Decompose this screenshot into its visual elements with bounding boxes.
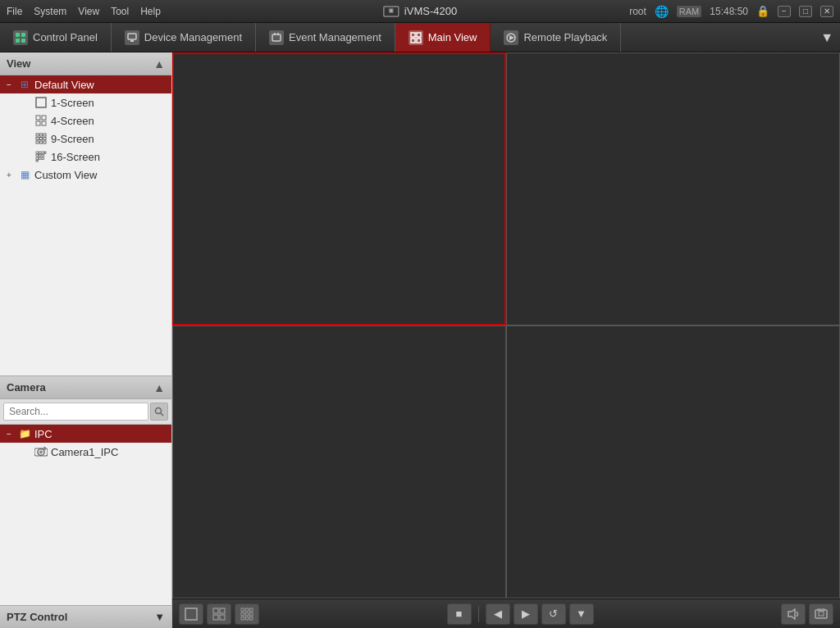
remote-playback-icon xyxy=(504,30,518,45)
video-cell-bottom-right[interactable] xyxy=(506,325,840,598)
minimize-button[interactable]: − xyxy=(778,6,791,17)
svg-rect-30 xyxy=(40,141,43,143)
camera-section-title: Camera xyxy=(7,381,46,394)
svg-rect-18 xyxy=(36,98,46,107)
1screen-expand-icon xyxy=(20,97,31,108)
menu-tool[interactable]: Tool xyxy=(111,6,129,17)
svg-rect-34 xyxy=(42,152,44,154)
close-button[interactable]: ✕ xyxy=(820,6,833,17)
svg-rect-42 xyxy=(36,161,39,162)
menu-file[interactable]: File xyxy=(7,6,22,17)
svg-rect-11 xyxy=(277,33,279,35)
svg-rect-32 xyxy=(36,152,39,154)
svg-rect-25 xyxy=(43,134,46,136)
video-cell-top-left[interactable] xyxy=(172,52,506,325)
menu-help[interactable]: Help xyxy=(140,6,161,17)
svg-rect-37 xyxy=(39,155,42,157)
tab-main-view[interactable]: Main View xyxy=(395,23,491,52)
navbar-more-button[interactable]: ▼ xyxy=(814,23,840,52)
ptz-section: PTZ Control ▼ xyxy=(0,605,171,628)
prev-icon: ◀ xyxy=(494,608,502,620)
svg-rect-9 xyxy=(272,34,281,41)
tree-item-ipc[interactable]: − 📁 IPC xyxy=(0,425,171,443)
svg-rect-41 xyxy=(42,157,44,160)
search-icon xyxy=(154,407,164,416)
tree-item-1screen[interactable]: 1-Screen xyxy=(0,93,171,111)
restore-button[interactable]: □ xyxy=(799,6,812,17)
tree-item-camera1-ipc[interactable]: Camera1_IPC xyxy=(0,443,171,461)
layout-4-button[interactable] xyxy=(207,603,231,625)
menu-view[interactable]: View xyxy=(78,6,99,17)
bottom-toolbar: ■ ◀ ▶ ↺ ▼ xyxy=(172,598,840,628)
view-collapse-button[interactable]: ▲ xyxy=(153,57,165,71)
search-button[interactable] xyxy=(150,403,168,421)
device-management-icon xyxy=(125,30,139,45)
svg-rect-57 xyxy=(241,612,244,616)
titlebar-time: 15:48:50 xyxy=(710,6,748,17)
svg-marker-63 xyxy=(788,609,795,619)
ptz-collapse-button[interactable]: ▼ xyxy=(154,611,165,623)
search-input[interactable] xyxy=(3,403,148,421)
tab-event-management-label: Event Management xyxy=(289,31,381,43)
camera-section: Camera ▲ − 📁 IPC xyxy=(0,375,171,605)
svg-rect-38 xyxy=(42,155,44,157)
tab-device-management[interactable]: Device Management xyxy=(112,23,256,52)
svg-rect-48 xyxy=(43,447,46,450)
video-cell-bottom-left[interactable] xyxy=(172,325,506,598)
tree-item-9screen[interactable]: 9-Screen xyxy=(0,130,171,148)
4screen-label: 4-Screen xyxy=(51,115,94,127)
svg-rect-5 xyxy=(16,39,20,43)
svg-rect-33 xyxy=(39,152,42,154)
navigation-bar: Control Panel Device Management Event Ma… xyxy=(0,23,840,52)
svg-rect-7 xyxy=(128,34,136,39)
svg-rect-14 xyxy=(411,39,415,43)
tab-control-panel[interactable]: Control Panel xyxy=(0,23,112,52)
sidebar: View ▲ − Default View 1-Screen xyxy=(0,52,172,628)
custom-view-label: Custom View xyxy=(34,169,97,181)
dropdown-button[interactable]: ▼ xyxy=(569,603,594,625)
globe-icon: 🌐 xyxy=(655,5,669,18)
tab-remote-playback[interactable]: Remote Playback xyxy=(491,23,621,52)
9screen-node-icon xyxy=(34,132,48,145)
svg-rect-49 xyxy=(185,608,197,620)
stop-icon: ■ xyxy=(456,608,463,620)
4screen-expand-icon xyxy=(20,115,31,126)
svg-rect-53 xyxy=(220,615,225,620)
next-button[interactable]: ▶ xyxy=(514,603,538,625)
svg-rect-52 xyxy=(213,615,218,620)
loop-button[interactable]: ↺ xyxy=(541,603,566,625)
tab-event-management[interactable]: Event Management xyxy=(256,23,395,52)
audio-button[interactable] xyxy=(781,603,806,625)
main-view-icon xyxy=(409,30,423,45)
camera-collapse-button[interactable]: ▲ xyxy=(153,381,165,394)
prev-button[interactable]: ◀ xyxy=(486,603,510,625)
svg-rect-36 xyxy=(36,155,39,157)
4screen-node-icon xyxy=(34,114,48,127)
event-management-icon xyxy=(269,30,284,45)
default-view-expand-icon: − xyxy=(3,79,15,90)
video-cell-top-right[interactable] xyxy=(506,52,840,325)
view-section-title: View xyxy=(7,57,30,70)
menu-system[interactable]: System xyxy=(34,6,66,17)
svg-rect-60 xyxy=(241,617,244,620)
camera1-expand-icon xyxy=(20,446,31,457)
control-panel-icon xyxy=(13,30,28,45)
svg-rect-54 xyxy=(241,608,244,612)
layout-1-button[interactable] xyxy=(179,603,203,625)
ram-icon: RAM xyxy=(677,6,701,17)
tree-item-custom-view[interactable]: + Custom View xyxy=(0,166,171,184)
tree-item-4screen[interactable]: 4-Screen xyxy=(0,111,171,130)
audio-icon xyxy=(787,608,800,620)
tree-item-16screen[interactable]: 16-Screen xyxy=(0,148,171,166)
stop-button[interactable]: ■ xyxy=(447,603,472,625)
16screen-node-icon xyxy=(34,150,48,163)
svg-rect-66 xyxy=(819,612,824,616)
9screen-label: 9-Screen xyxy=(51,133,94,145)
16screen-expand-icon xyxy=(20,151,31,162)
snapshot-button[interactable] xyxy=(809,603,833,625)
custom-view-expand-icon: + xyxy=(3,169,15,180)
layout-9-button[interactable] xyxy=(235,603,259,625)
svg-rect-40 xyxy=(39,157,42,160)
tree-item-default-view[interactable]: − Default View xyxy=(0,75,171,93)
svg-point-2 xyxy=(390,9,393,12)
